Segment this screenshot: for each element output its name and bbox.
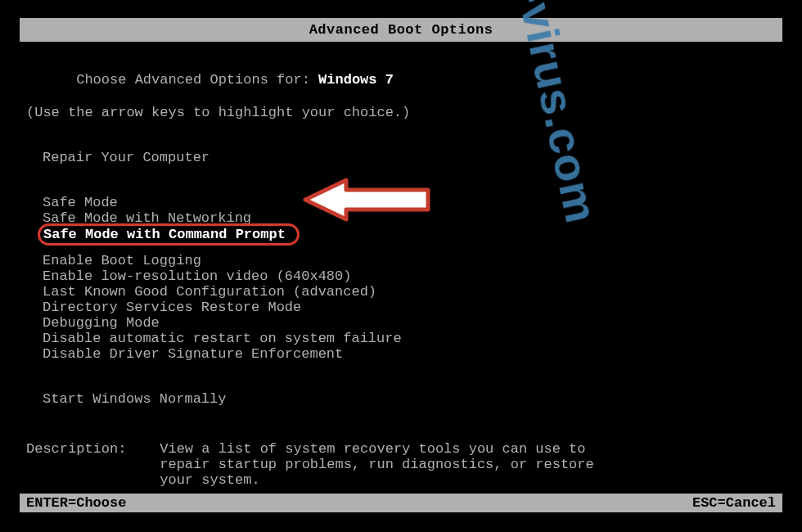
boot-option[interactable]: Safe Mode [41,195,776,210]
boot-option[interactable]: Directory Services Restore Mode [41,300,776,315]
option-group: Enable Boot LoggingEnable low-resolution… [41,253,776,362]
description-text: View a list of system recovery tools you… [160,441,618,488]
option-group: Start Windows Normally [41,391,776,407]
boot-option[interactable]: Debugging Mode [41,315,776,331]
boot-option[interactable]: Enable Boot Logging [41,253,776,268]
boot-option[interactable]: Safe Mode with Command Prompt [41,226,776,243]
boot-option[interactable]: Last Known Good Configuration (advanced) [41,284,776,300]
footer-enter: ENTER=Choose [26,495,126,511]
intro-line: Choose Advanced Options for: Windows 7 [26,56,776,103]
title-bar: Advanced Boot Options [20,18,782,42]
boot-option[interactable]: Disable automatic restart on system fail… [41,331,776,346]
footer-bar: ENTER=Choose ESC=Cancel [20,494,782,512]
boot-option[interactable]: Repair Your Computer [41,150,776,165]
content-area: Choose Advanced Options for: Windows 7 (… [20,42,782,488]
boot-option[interactable]: Start Windows Normally [41,391,776,407]
boot-option-selected[interactable]: Safe Mode with Command Prompt [38,223,300,246]
nav-hint: (Use the arrow keys to highlight your ch… [26,105,776,120]
description-block: Description: View a list of system recov… [26,441,776,488]
option-group: Repair Your Computer [41,150,776,165]
description-label: Description: [26,441,160,488]
boot-option[interactable]: Disable Driver Signature Enforcement [41,346,776,362]
boot-options-screen: Advanced Boot Options Choose Advanced Op… [0,0,802,488]
os-name: Windows 7 [318,72,394,88]
intro-prefix: Choose Advanced Options for: [76,72,318,88]
boot-option[interactable]: Enable low-resolution video (640x480) [41,268,776,284]
footer-esc: ESC=Cancel [692,495,776,511]
option-group: Safe ModeSafe Mode with NetworkingSafe M… [41,195,776,243]
